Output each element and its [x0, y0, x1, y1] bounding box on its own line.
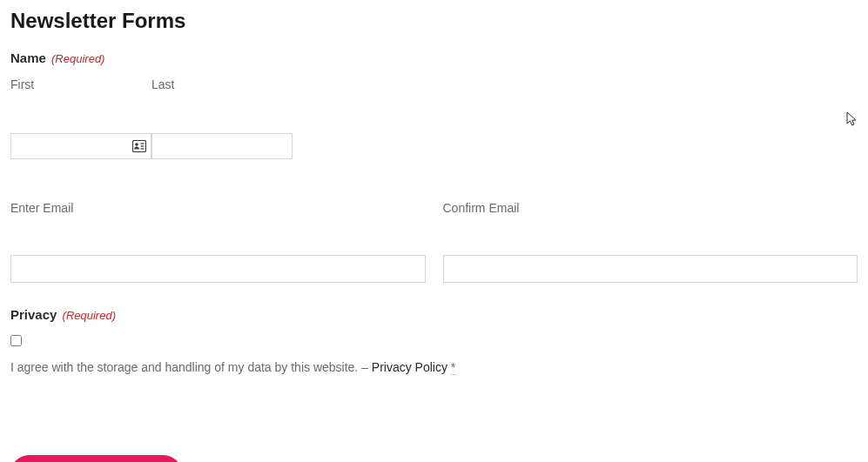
- name-label-text: Name: [10, 50, 46, 65]
- cursor-icon: [846, 111, 858, 131]
- enter-email-input[interactable]: [10, 255, 426, 283]
- privacy-label-text: Privacy: [10, 307, 57, 322]
- privacy-required-text: (Required): [63, 309, 116, 322]
- asterisk-icon: *: [451, 360, 455, 375]
- enter-email-label: Enter Email: [10, 201, 426, 215]
- first-name-label: First: [10, 77, 151, 91]
- name-required-text: (Required): [51, 52, 104, 65]
- last-name-label: Last: [151, 77, 293, 91]
- confirm-email-label: Confirm Email: [443, 201, 858, 215]
- confirm-email-input[interactable]: [443, 255, 858, 283]
- privacy-checkbox[interactable]: [10, 335, 22, 346]
- last-name-input[interactable]: [151, 133, 293, 159]
- privacy-label: Privacy (Required): [10, 307, 858, 322]
- submit-button[interactable]: Keep Me Up To Date!: [10, 455, 182, 462]
- name-label: Name (Required): [10, 50, 858, 65]
- privacy-agreement-text: I agree with the storage and handling of…: [10, 358, 858, 377]
- privacy-agreement-prefix: I agree with the storage and handling of…: [10, 360, 372, 374]
- first-name-input[interactable]: [10, 133, 151, 159]
- privacy-policy-link[interactable]: Privacy Policy: [372, 360, 447, 374]
- page-title: Newsletter Forms: [10, 9, 858, 33]
